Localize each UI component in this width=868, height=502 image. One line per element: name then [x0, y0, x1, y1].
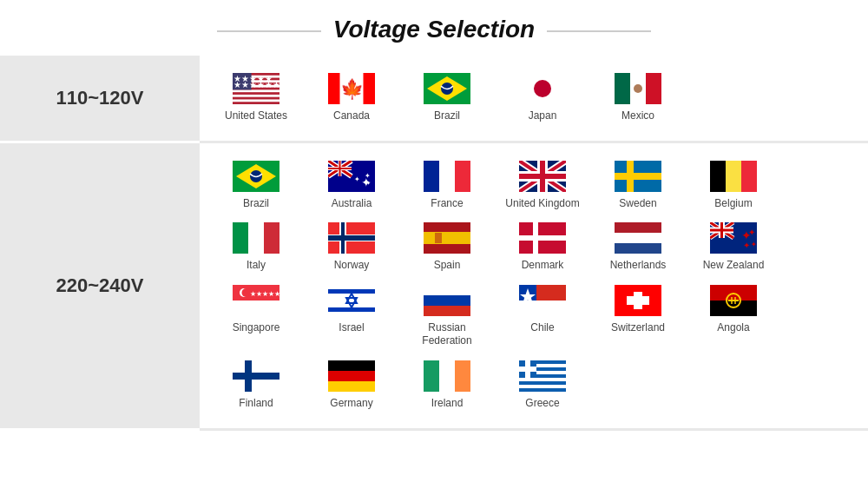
svg-rect-118 — [328, 381, 375, 392]
flag-ru — [424, 285, 470, 321]
country-name: Mexico — [621, 109, 654, 123]
flag-item: ✦ ✦ ✦ ✦ Australia — [304, 155, 399, 216]
svg-rect-117 — [328, 371, 375, 381]
svg-rect-40 — [439, 161, 455, 192]
flag-es — [424, 222, 470, 259]
svg-rect-59 — [264, 222, 279, 254]
flag-ch — [615, 285, 661, 321]
flag-item: Mexico — [590, 68, 686, 129]
flag-sg: ★★★★★ — [233, 285, 279, 321]
svg-rect-4 — [233, 89, 279, 92]
svg-text:✦: ✦ — [748, 228, 755, 237]
svg-rect-129 — [519, 385, 566, 388]
voltage-label-110: 110~120V — [0, 56, 200, 142]
flag-item: United Kingdom — [495, 155, 590, 216]
flag-item: Italy — [208, 217, 304, 278]
svg-rect-68 — [424, 244, 470, 246]
country-name: Italy — [247, 259, 266, 273]
flag-item: Netherlands — [590, 217, 686, 278]
country-name: Israel — [339, 321, 364, 335]
svg-rect-19 — [615, 73, 630, 104]
voltage-row-220: 220~240V Brazil ✦ ✦ ✦ ✦ Australia France — [0, 142, 868, 429]
svg-rect-127 — [519, 378, 566, 381]
svg-rect-120 — [439, 360, 455, 392]
page-title: Voltage Selection — [0, 0, 868, 56]
country-name: Chile — [530, 321, 554, 335]
flag-item: Israel — [304, 280, 399, 353]
voltage-content-110: ★★★★★★ ★★★★★ United States 🍁 Canada Braz… — [200, 56, 868, 142]
flag-item: Japan — [495, 68, 590, 129]
svg-point-92 — [242, 288, 251, 297]
country-name: Brazil — [434, 109, 460, 123]
svg-rect-12 — [364, 73, 376, 104]
country-name: Germany — [330, 397, 372, 411]
svg-rect-128 — [519, 381, 566, 385]
flag-item: Switzerland — [590, 280, 686, 353]
svg-rect-99 — [424, 285, 470, 295]
flag-item: France — [399, 155, 495, 216]
country-name: Denmark — [522, 259, 564, 273]
svg-rect-130 — [519, 388, 566, 392]
svg-rect-90 — [233, 301, 279, 316]
country-name: Singapore — [233, 321, 280, 335]
country-name: Norway — [334, 259, 370, 273]
flag-ie — [424, 360, 470, 397]
svg-rect-108 — [627, 296, 649, 305]
flag-item: ✦ ✦ ✦ ✦ New Zealand — [686, 217, 781, 278]
flag-br — [424, 73, 470, 109]
svg-point-18 — [534, 80, 551, 97]
svg-text:★★★★★: ★★★★★ — [233, 74, 273, 83]
flag-item: Belgium — [686, 155, 781, 216]
svg-rect-74 — [615, 233, 661, 243]
country-name: Brazil — [243, 197, 269, 211]
flag-au: ✦ ✦ ✦ ✦ — [328, 161, 375, 197]
country-name: Spain — [434, 259, 461, 273]
flag-no — [328, 222, 375, 259]
flag-item: Brazil — [399, 68, 495, 129]
flag-il — [328, 285, 375, 321]
svg-rect-69 — [435, 233, 442, 243]
svg-text:✦: ✦ — [366, 181, 371, 186]
flag-item: Chile — [495, 280, 590, 353]
svg-rect-64 — [328, 235, 375, 241]
flag-cl — [519, 285, 566, 321]
page-container: Voltage Selection 110~120V ★★★★★★ ★★★★★ … — [0, 0, 868, 431]
country-name: New Zealand — [703, 259, 765, 273]
svg-rect-66 — [424, 230, 470, 246]
country-name: France — [431, 197, 463, 211]
flag-it — [233, 222, 279, 259]
svg-rect-72 — [519, 235, 566, 241]
country-name: United States — [225, 109, 287, 123]
country-name: Finland — [239, 397, 273, 411]
flag-item: Norway — [304, 217, 399, 278]
flag-fi — [233, 360, 279, 397]
svg-rect-41 — [455, 161, 470, 192]
svg-rect-133 — [519, 367, 536, 372]
svg-rect-58 — [248, 222, 264, 254]
country-name: Switzerland — [611, 321, 665, 335]
svg-rect-55 — [726, 161, 741, 192]
flag-item: Greece — [495, 355, 590, 416]
svg-rect-53 — [615, 173, 661, 180]
svg-text:✦: ✦ — [365, 172, 371, 180]
country-name: Australia — [332, 197, 372, 211]
flag-se — [615, 161, 661, 197]
svg-rect-121 — [455, 360, 470, 392]
svg-rect-39 — [424, 161, 439, 192]
country-name: Greece — [525, 397, 559, 411]
flag-grid: Brazil ✦ ✦ ✦ ✦ Australia France — [208, 155, 859, 416]
country-name: Belgium — [714, 197, 752, 211]
svg-rect-103 — [519, 301, 566, 316]
svg-rect-75 — [615, 243, 661, 254]
flag-nl — [615, 222, 661, 259]
flag-item: Spain — [399, 217, 495, 278]
svg-rect-115 — [233, 373, 279, 380]
svg-text:✦: ✦ — [354, 175, 360, 183]
svg-point-22 — [634, 84, 642, 93]
country-name: United Kingdom — [505, 197, 579, 211]
flag-fr — [424, 161, 470, 197]
flag-br — [233, 161, 279, 197]
country-name: Japan — [529, 109, 557, 123]
flag-grid: ★★★★★★ ★★★★★ United States 🍁 Canada Braz… — [208, 68, 859, 129]
flag-item: Brazil — [208, 155, 304, 216]
